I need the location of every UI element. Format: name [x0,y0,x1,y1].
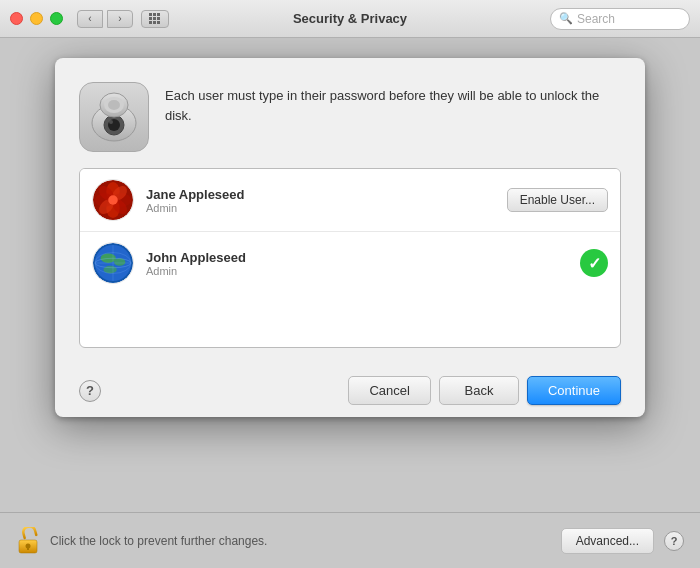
svg-rect-8 [157,21,160,24]
svg-point-12 [109,120,113,124]
user-info-jane: Jane Appleseed Admin [146,187,495,214]
back-nav-button[interactable]: ‹ [77,10,103,28]
traffic-lights [10,12,63,25]
avatar-john [92,242,134,284]
user-info-john: John Appleseed Admin [146,250,568,277]
search-bar[interactable]: 🔍 Search [550,8,690,30]
forward-nav-button[interactable]: › [107,10,133,28]
svg-rect-3 [149,17,152,20]
svg-rect-6 [149,21,152,24]
dialog: Each user must type in their password be… [55,58,645,417]
user-row-john[interactable]: John Appleseed Admin ✓ [80,232,620,294]
enable-user-button[interactable]: Enable User... [507,188,608,212]
svg-point-25 [108,195,118,205]
svg-rect-37 [27,547,29,550]
dialog-header: Each user must type in their password be… [55,58,645,168]
svg-rect-5 [157,17,160,20]
titlebar: ‹ › Security & Privacy 🔍 Search [0,0,700,38]
close-button[interactable] [10,12,23,25]
dialog-footer: ? Cancel Back Continue [55,364,645,417]
maximize-button[interactable] [50,12,63,25]
user-role-john: Admin [146,265,568,277]
bottom-help-button[interactable]: ? [664,531,684,551]
checkmark-icon: ✓ [580,249,608,277]
advanced-button[interactable]: Advanced... [561,528,654,554]
search-placeholder: Search [577,12,615,26]
window-title: Security & Privacy [293,11,407,26]
user-list: Jane Appleseed Admin Enable User... [79,168,621,348]
user-name-john: John Appleseed [146,250,568,265]
svg-rect-4 [153,17,156,20]
dialog-message: Each user must type in their password be… [165,82,621,125]
user-name-jane: Jane Appleseed [146,187,495,202]
user-row-jane[interactable]: Jane Appleseed Admin Enable User... [80,169,620,232]
bottom-text: Click the lock to prevent further change… [50,534,267,548]
nav-buttons: ‹ › [77,10,133,28]
avatar-jane [92,179,134,221]
svg-rect-0 [149,13,152,16]
cancel-button[interactable]: Cancel [348,376,430,405]
help-button[interactable]: ? [79,380,101,402]
svg-rect-2 [157,13,160,16]
back-button[interactable]: Back [439,376,519,405]
svg-rect-1 [153,13,156,16]
filevault-icon [79,82,149,152]
svg-point-15 [108,100,120,110]
search-icon: 🔍 [559,12,573,25]
svg-rect-7 [153,21,156,24]
continue-button[interactable]: Continue [527,376,621,405]
minimize-button[interactable] [30,12,43,25]
main-content: Each user must type in their password be… [0,38,700,512]
bottom-bar: Click the lock to prevent further change… [0,512,700,568]
user-role-jane: Admin [146,202,495,214]
lock-icon[interactable] [16,527,40,555]
grid-button[interactable] [141,10,169,28]
